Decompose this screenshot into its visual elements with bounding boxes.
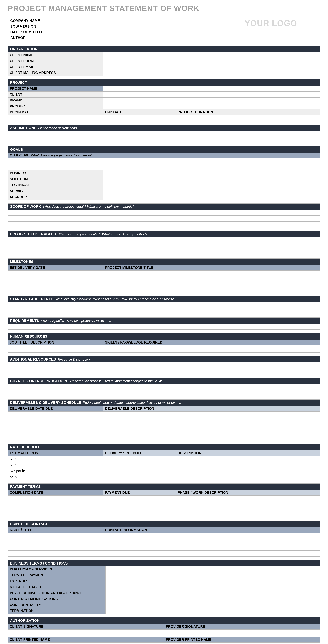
security-value[interactable] — [103, 194, 320, 200]
scope-line[interactable] — [8, 210, 320, 215]
assumptions-line[interactable] — [8, 137, 320, 142]
milestone-title[interactable] — [103, 271, 320, 278]
rate-cost[interactable]: $500 — [8, 474, 103, 480]
poc-contact[interactable] — [103, 551, 320, 556]
project-product-value[interactable] — [103, 104, 320, 109]
objective-subheader: OBJECTIVEWhat does the project work to a… — [8, 153, 320, 158]
business-value[interactable] — [103, 170, 320, 176]
rate-sched[interactable] — [103, 462, 176, 468]
rate-sched[interactable] — [103, 456, 176, 462]
dds-date[interactable] — [8, 433, 103, 440]
payment-due[interactable] — [103, 503, 176, 510]
change-control-hint: Describe the process used to implement c… — [70, 379, 162, 383]
term-value[interactable] — [106, 608, 320, 614]
term-value[interactable] — [106, 572, 320, 578]
term-value[interactable] — [106, 566, 320, 572]
rate-desc[interactable] — [176, 474, 320, 480]
change-line[interactable] — [8, 384, 320, 390]
service-value[interactable] — [103, 188, 320, 194]
dds-desc[interactable] — [103, 426, 320, 433]
client-name-value[interactable] — [103, 52, 320, 58]
poc-contact[interactable] — [103, 533, 320, 539]
client-phone-value[interactable] — [103, 58, 320, 64]
meta-author: AUTHOR — [10, 35, 42, 40]
dds-desc[interactable] — [103, 412, 320, 418]
change-line[interactable] — [8, 390, 320, 396]
project-brand-value[interactable] — [103, 98, 320, 103]
requirements-heading: REQUIREMENTSProject Specific | Services,… — [8, 318, 320, 324]
provider-printed-name-label: PROVIDER PRINTED NAME — [164, 637, 320, 642]
client-printed-name-value[interactable] — [8, 643, 164, 644]
dds-date[interactable] — [8, 419, 103, 426]
payment-date[interactable] — [8, 510, 103, 517]
poc-name[interactable] — [8, 545, 103, 550]
project-client-value[interactable] — [103, 92, 320, 97]
poc-name[interactable] — [8, 533, 103, 539]
rate-sched[interactable] — [103, 468, 176, 474]
points-of-contact-heading: POINTS OF CONTACT — [8, 521, 320, 527]
rate-cost[interactable]: $200 — [8, 462, 103, 468]
requirements-line[interactable] — [8, 324, 320, 330]
assumptions-line[interactable] — [8, 131, 320, 137]
human-resources-section: HUMAN RESOURCES JOB TITLE / DESCRIPTION … — [8, 333, 320, 353]
rate-desc[interactable] — [176, 462, 320, 468]
dds-date[interactable] — [8, 412, 103, 418]
objective-line[interactable] — [8, 158, 320, 164]
standard-line[interactable] — [8, 308, 320, 314]
deliverables-line[interactable] — [8, 237, 320, 243]
hr-job[interactable] — [8, 346, 103, 352]
rate-sched[interactable] — [103, 474, 176, 480]
milestone-title[interactable] — [103, 278, 320, 285]
term-value[interactable] — [106, 584, 320, 590]
payment-date[interactable] — [8, 496, 103, 502]
milestone-date[interactable] — [8, 278, 103, 285]
term-value[interactable] — [106, 578, 320, 584]
term-value[interactable] — [106, 602, 320, 608]
payment-phase[interactable] — [176, 496, 320, 502]
dds-desc[interactable] — [103, 419, 320, 426]
rate-desc[interactable] — [176, 468, 320, 474]
dds-desc[interactable] — [103, 433, 320, 440]
addres-line[interactable] — [8, 368, 320, 374]
client-signature-value[interactable] — [8, 630, 164, 636]
rate-cost[interactable]: $500 — [8, 456, 103, 462]
scope-heading: SCOPE OF WORKWhat does the project entai… — [8, 204, 320, 210]
project-duration-value[interactable] — [176, 115, 320, 121]
service-label: SERVICE — [8, 188, 103, 194]
rate-desc[interactable] — [176, 456, 320, 462]
dds-date[interactable] — [8, 426, 103, 433]
begin-date-value[interactable] — [8, 115, 103, 121]
client-email-value[interactable] — [103, 64, 320, 70]
milestone-date[interactable] — [8, 285, 103, 292]
poc-contact[interactable] — [103, 545, 320, 550]
solution-value[interactable] — [103, 176, 320, 182]
project-name-value[interactable] — [103, 86, 320, 91]
client-mail-value[interactable] — [103, 70, 320, 76]
technical-value[interactable] — [103, 182, 320, 188]
objective-line[interactable] — [8, 164, 320, 170]
scope-line[interactable] — [8, 216, 320, 221]
page-title: PROJECT MANAGEMENT STATEMENT OF WORK — [8, 4, 320, 13]
deliverables-line[interactable] — [8, 243, 320, 249]
standard-line[interactable] — [8, 302, 320, 308]
addres-line[interactable] — [8, 362, 320, 368]
milestone-date[interactable] — [8, 271, 103, 278]
scope-line[interactable] — [8, 222, 320, 227]
end-date-value[interactable] — [103, 115, 176, 121]
milestone-title[interactable] — [103, 285, 320, 292]
rate-cost[interactable]: $75 per hr — [8, 468, 103, 474]
term-value[interactable] — [106, 596, 320, 602]
payment-phase[interactable] — [176, 510, 320, 517]
hr-skills[interactable] — [103, 346, 320, 352]
term-value[interactable] — [106, 590, 320, 596]
payment-due[interactable] — [103, 496, 176, 502]
payment-date[interactable] — [8, 503, 103, 510]
deliverables-line[interactable] — [8, 249, 320, 255]
payment-phase[interactable] — [176, 503, 320, 510]
provider-signature-value[interactable] — [164, 630, 320, 636]
poc-name[interactable] — [8, 539, 103, 544]
payment-due[interactable] — [103, 510, 176, 517]
poc-contact[interactable] — [103, 539, 320, 544]
poc-name[interactable] — [8, 551, 103, 556]
provider-printed-name-value[interactable] — [164, 643, 320, 644]
